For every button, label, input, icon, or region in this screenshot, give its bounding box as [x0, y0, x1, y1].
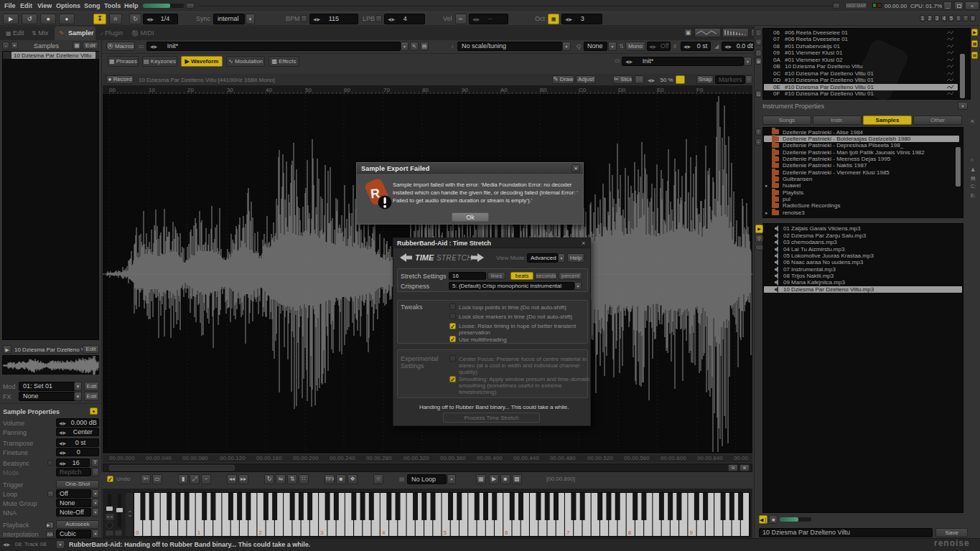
svg-text:5: 5: [444, 529, 447, 536]
svg-text:1: 1: [197, 529, 201, 536]
svg-text:0: 0: [136, 529, 139, 536]
svg-text:3: 3: [320, 529, 324, 536]
svg-text:7: 7: [566, 529, 570, 536]
svg-text:8: 8: [628, 529, 632, 536]
svg-text:2: 2: [258, 529, 262, 536]
svg-text:4: 4: [382, 529, 386, 536]
svg-text:TIME: TIME: [415, 253, 434, 262]
svg-text:STRETCH: STRETCH: [437, 254, 472, 262]
svg-text:6: 6: [505, 529, 508, 536]
svg-text:9: 9: [689, 529, 693, 536]
